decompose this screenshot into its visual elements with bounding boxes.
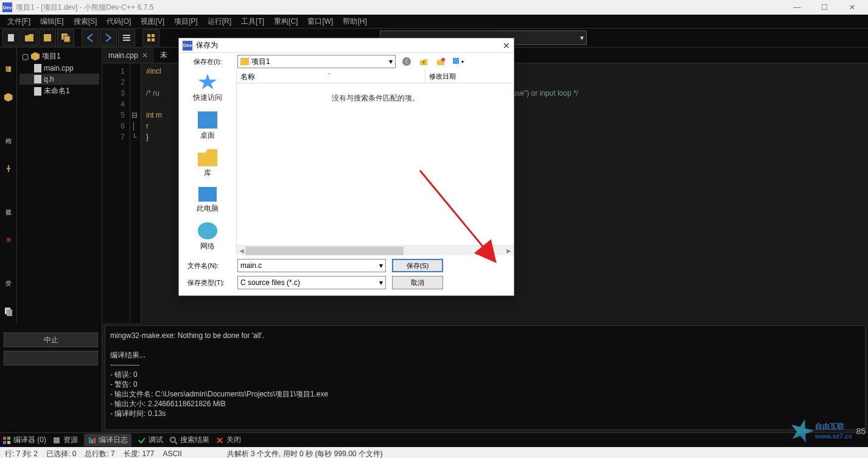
svg-rect-30: [453, 58, 459, 64]
menu-project[interactable]: 项目[P]: [169, 15, 203, 28]
app-icon: Dev: [2, 2, 12, 12]
folder-dropdown[interactable]: 项目1 ▾: [237, 55, 396, 68]
sidebar-network[interactable]: 网络: [198, 222, 217, 252]
tool-compiler[interactable]: 编译器 (0): [2, 435, 46, 445]
horizontal-scrollbar[interactable]: ◄ ►: [237, 245, 514, 255]
tab-main[interactable]: main.cpp ✕: [102, 48, 154, 63]
filename-label: 文件名(N):: [187, 261, 235, 270]
save-icon[interactable]: [39, 29, 56, 46]
tab-close-icon[interactable]: ✕: [142, 51, 148, 60]
file-label: q.h: [44, 75, 54, 83]
menu-run[interactable]: 运行[R]: [203, 15, 236, 28]
menu-tools[interactable]: 工具[T]: [236, 15, 269, 28]
cancel-button[interactable]: 取消: [392, 276, 443, 289]
col-date[interactable]: 修改日期: [425, 70, 460, 83]
col-name[interactable]: 名称ˆ: [237, 70, 425, 83]
file-icon: [34, 64, 41, 72]
close-button[interactable]: ✕: [838, 0, 866, 15]
status-bar: 行: 7 列: 2 已选择: 0 总行数: 7 长度: 177 ASCII 共解…: [0, 447, 868, 458]
menu-edit[interactable]: 编辑[E]: [35, 15, 69, 28]
folder-icon: [240, 58, 249, 65]
empty-message: 没有与搜索条件匹配的项。: [237, 83, 514, 245]
nav-up-icon[interactable]: [418, 55, 430, 68]
svg-rect-11: [152, 38, 155, 41]
svg-rect-15: [7, 437, 10, 440]
save-all-icon[interactable]: [57, 29, 74, 46]
nav-back-icon[interactable]: [401, 55, 413, 68]
dialog-icon: Dev: [183, 41, 192, 51]
tool-search[interactable]: 搜索结果: [169, 435, 209, 445]
save-button[interactable]: 保存(S): [392, 259, 443, 272]
menu-file[interactable]: 文件[F]: [2, 15, 35, 28]
file-icon: [34, 87, 41, 96]
back-icon[interactable]: [82, 29, 99, 46]
desktop-icon: [198, 111, 217, 129]
file-label: 未命名1: [44, 86, 70, 96]
sidebar-library[interactable]: 库: [198, 149, 217, 178]
compile-sep: ------------: [110, 360, 860, 370]
tool-debug[interactable]: 调试: [138, 435, 163, 445]
menu-help[interactable]: 帮助[H]: [338, 15, 371, 28]
compile-output-file: - 输出文件名: C:\Users\admin\Documents\Projec…: [110, 389, 860, 399]
star-icon: [198, 74, 217, 91]
svg-rect-14: [3, 437, 6, 440]
tool-compile-log[interactable]: 编译日志: [84, 434, 131, 446]
open-file-icon[interactable]: [21, 29, 38, 46]
list-icon[interactable]: [118, 29, 135, 46]
stop-button[interactable]: 中止: [4, 333, 98, 347]
menu-window[interactable]: 窗口[W]: [303, 15, 338, 28]
svg-rect-13: [7, 309, 12, 316]
menu-view[interactable]: 视图[V]: [136, 15, 169, 28]
minimize-button[interactable]: —: [783, 0, 811, 15]
tree-file-qh[interactable]: q.h: [19, 74, 99, 85]
menu-refactor[interactable]: 重构[C]: [269, 15, 303, 28]
tab-label: 未: [160, 50, 167, 60]
rail-copy-icon[interactable]: [1, 300, 16, 323]
rail-watch[interactable]: 监视: [1, 192, 16, 216]
watermark: 自由互联 www.xz7.cc 85: [789, 419, 866, 443]
collapse-icon[interactable]: ▢: [22, 52, 29, 61]
dialog-close-icon[interactable]: ✕: [503, 41, 510, 51]
filetype-dropdown[interactable]: C source files (*.c)▾: [237, 276, 386, 289]
sidebar-desktop[interactable]: 桌面: [198, 111, 217, 141]
rail-project[interactable]: 项目管理: [1, 50, 16, 74]
svg-rect-2: [44, 34, 51, 41]
rail-files[interactable]: 文件: [1, 264, 16, 287]
dialog-sidebar: 快速访问 桌面 库 此电脑 网络: [179, 70, 236, 255]
menu-search[interactable]: 搜索[S]: [69, 15, 102, 28]
tool-status-bar: 编译器 (0) 资源 编译日志 调试 搜索结果 关闭: [0, 432, 868, 447]
window-title: 项目1 - [项目1.dev] - 小熊猫Dev-C++ 6.7.5: [16, 2, 153, 13]
rail-debug-icon[interactable]: ⊕: [1, 228, 16, 252]
watermark-num: 85: [856, 426, 866, 436]
dialog-bottom: 文件名(N): main.c▾ 保存(S) 保存类型(T): C source …: [179, 255, 514, 295]
svg-line-23: [175, 442, 177, 444]
scroll-thumb[interactable]: [245, 247, 404, 255]
rail-add-icon[interactable]: ╋: [1, 157, 16, 181]
filename-input[interactable]: main.c▾: [237, 259, 386, 272]
menu-code[interactable]: 代码[O]: [102, 15, 136, 28]
svg-point-29: [441, 58, 445, 62]
tab-other[interactable]: 未: [154, 48, 173, 63]
new-file-icon[interactable]: [2, 29, 19, 46]
nav-view-icon[interactable]: ▾: [452, 55, 464, 68]
maximize-button[interactable]: ☐: [811, 0, 838, 15]
nav-new-folder-icon[interactable]: [435, 55, 447, 68]
line-gutter: 1234567: [102, 63, 130, 323]
empty-button[interactable]: [4, 351, 98, 365]
rail-struct[interactable]: 结构: [1, 121, 16, 145]
tree-file-main[interactable]: main.cpp: [19, 63, 99, 74]
svg-rect-18: [54, 437, 60, 443]
sidebar-quickaccess[interactable]: 快速访问: [193, 74, 222, 103]
compile-warnings: - 警告: 0: [110, 379, 860, 389]
compile-time: - 编译时间: 0.13s: [110, 409, 860, 418]
tool-resource[interactable]: 资源: [52, 435, 78, 445]
dialog-title: 保存为: [196, 40, 218, 51]
tool-close[interactable]: 关闭: [215, 435, 241, 445]
forward-icon[interactable]: [100, 29, 117, 46]
rail-shield-icon[interactable]: [1, 86, 16, 110]
compile-output[interactable]: mingw32-make.exe: Nothing to be done for…: [105, 325, 866, 430]
tree-root[interactable]: ▢ 项目1: [19, 50, 99, 63]
tree-file-untitled[interactable]: 未命名1: [19, 85, 99, 97]
grid-icon[interactable]: [142, 29, 159, 46]
sidebar-thispc[interactable]: 此电脑: [197, 187, 219, 214]
